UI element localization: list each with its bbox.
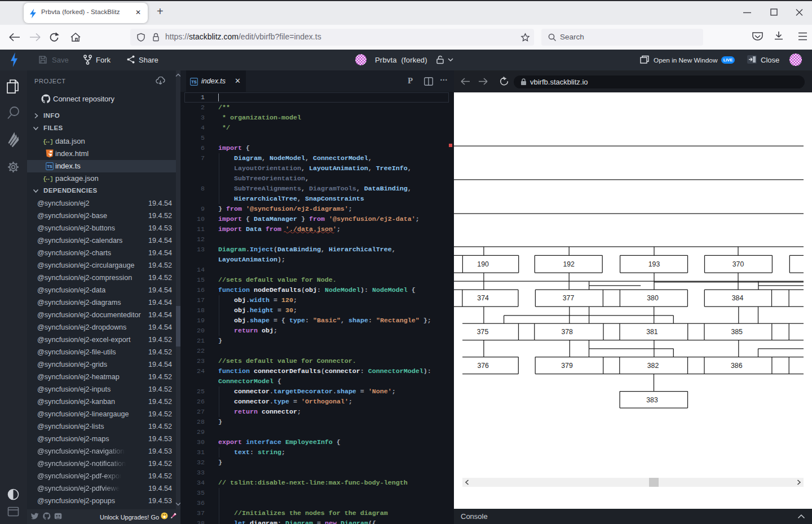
svg-text:TS: TS <box>191 79 197 85</box>
svg-text:374: 374 <box>477 294 489 302</box>
svg-text:{: { <box>43 176 47 183</box>
svg-text:383: 383 <box>646 396 658 404</box>
svg-text:385: 385 <box>731 328 743 336</box>
svg-text:}: } <box>50 139 53 145</box>
svg-text:386: 386 <box>731 362 743 370</box>
svg-text:376: 376 <box>477 362 489 370</box>
svg-text:380: 380 <box>647 294 659 302</box>
svg-text:193: 193 <box>648 260 660 268</box>
svg-text:375: 375 <box>477 328 489 336</box>
svg-text:381: 381 <box>646 328 658 336</box>
svg-text:384: 384 <box>732 294 744 302</box>
svg-text:190: 190 <box>477 260 489 268</box>
svg-text:{: { <box>43 139 47 145</box>
svg-text:378: 378 <box>561 328 573 336</box>
svg-text:}: } <box>50 176 53 183</box>
svg-text:379: 379 <box>561 362 573 370</box>
svg-text:370: 370 <box>732 260 744 268</box>
svg-text:382: 382 <box>647 362 659 370</box>
svg-text:TS: TS <box>47 164 52 169</box>
svg-text:192: 192 <box>563 260 575 268</box>
svg-text:377: 377 <box>563 294 575 302</box>
